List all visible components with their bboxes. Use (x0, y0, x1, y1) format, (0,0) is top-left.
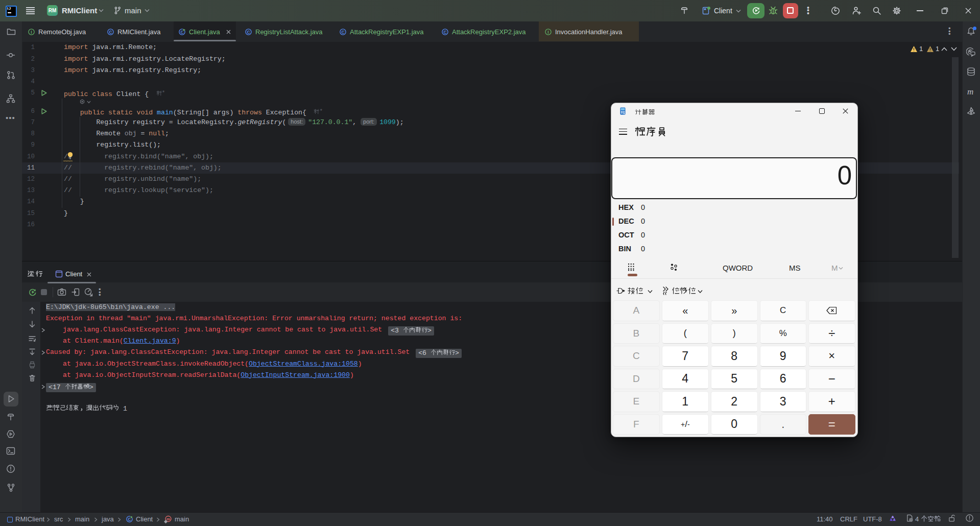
svg-text:C: C (109, 30, 112, 35)
svg-text:I: I (547, 30, 548, 35)
svg-text:I: I (31, 30, 32, 35)
svg-text:C: C (341, 30, 344, 35)
svg-text:m: m (166, 517, 170, 521)
svg-text:C: C (443, 30, 446, 35)
svg-text:C: C (247, 30, 250, 35)
